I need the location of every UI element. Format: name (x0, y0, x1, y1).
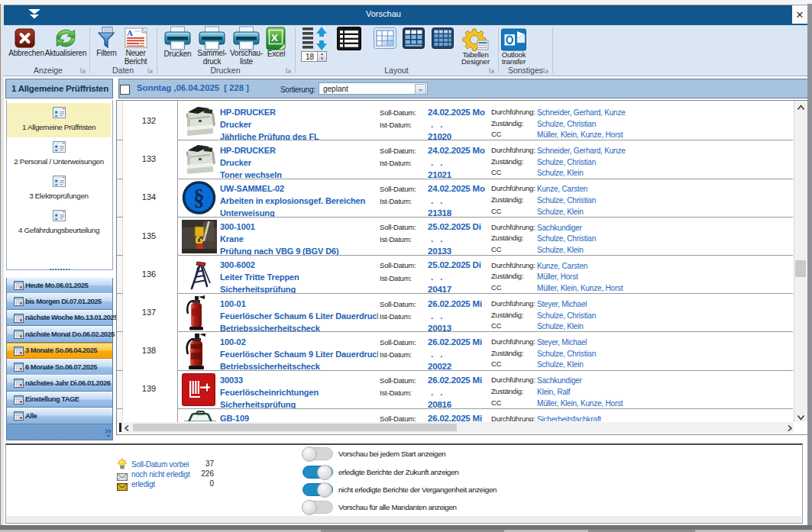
svg-text:A: A (127, 28, 133, 37)
svg-text:§: § (193, 185, 205, 210)
svg-text:X: X (271, 32, 278, 44)
